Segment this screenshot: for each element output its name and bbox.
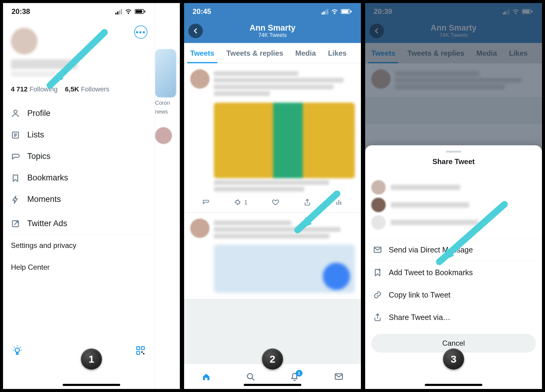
share-action-label: Send via Direct Message — [389, 245, 473, 254]
reply-icon — [202, 198, 210, 206]
drawer-item-topics[interactable]: Topics — [3, 146, 155, 167]
share-action-share-via[interactable]: Share Tweet via… — [365, 306, 542, 328]
accounts-more-button[interactable]: ••• — [134, 25, 147, 39]
drawer-item-label: Bookmarks — [27, 173, 68, 183]
share-icon — [373, 313, 382, 322]
list-icon — [11, 130, 20, 140]
drawer-item-label: Moments — [27, 195, 61, 204]
battery-icon — [135, 8, 146, 15]
share-icon — [303, 198, 311, 206]
screenshot-step-3: 20:39 Ann Smarty 74K Tweets Tweets Tweet… — [364, 2, 543, 390]
step-number-badge: 1 — [81, 348, 102, 370]
heart-icon — [272, 198, 279, 206]
sheet-grab-handle[interactable] — [446, 151, 461, 153]
step-number-badge: 2 — [262, 348, 283, 370]
profile-timeline[interactable]: 1 — [184, 63, 361, 364]
wifi-icon — [331, 8, 339, 15]
tab-media[interactable]: Media — [289, 43, 322, 63]
tab-likes[interactable]: Likes — [322, 43, 352, 63]
share-action-label: Copy link to Tweet — [389, 291, 451, 299]
like-button[interactable] — [272, 198, 279, 206]
tab-replies[interactable]: Tweets & replies — [220, 43, 289, 63]
share-contact[interactable] — [371, 198, 536, 212]
trend-label: Coron — [155, 100, 180, 106]
navigation-drawer: 20:38 ••• 4 712 Following 6,5K Follow — [3, 3, 155, 389]
person-icon — [11, 109, 20, 118]
wifi-icon — [125, 8, 132, 15]
drawer-item-label: Lists — [27, 130, 44, 140]
cellular-signal-icon — [322, 8, 329, 15]
followers-count: 6,5K — [65, 85, 79, 93]
profile-tab-bar: Tweets Tweets & replies Media Likes — [184, 43, 361, 63]
drawer-item-help[interactable]: Help Center — [3, 256, 155, 278]
share-contact-suggestions — [365, 172, 542, 239]
tab-tweets[interactable]: Tweets — [184, 43, 220, 63]
chevron-left-icon — [192, 27, 199, 35]
profile-header-tweet-count: 74K Tweets — [249, 32, 296, 38]
drawer-item-profile[interactable]: Profile — [3, 103, 155, 124]
follow-stats[interactable]: 4 712 Following 6,5K Followers — [11, 85, 147, 93]
status-time: 20:45 — [193, 7, 211, 16]
bookmark-add-icon — [373, 268, 382, 277]
drawer-handle — [11, 71, 56, 77]
retweet-button[interactable]: 1 — [234, 198, 247, 206]
tweet-media-preview[interactable] — [214, 103, 355, 178]
qr-code-icon[interactable] — [135, 345, 146, 356]
drawer-display-name — [11, 59, 78, 69]
screenshot-step-2: 20:45 Ann Smarty 74K Tweets Tweets Tweet… — [183, 2, 362, 390]
retweet-count: 1 — [244, 199, 247, 206]
ios-status-bar: 20:38 — [3, 3, 155, 19]
analytics-button[interactable] — [335, 198, 343, 206]
analytics-icon — [335, 198, 343, 206]
share-contact[interactable] — [371, 215, 536, 230]
feed-behind-drawer: Coron news — [155, 3, 180, 389]
share-button[interactable] — [303, 198, 311, 206]
share-sheet-title: Share Tweet — [365, 156, 542, 172]
following-count: 4 712 — [11, 85, 28, 93]
tweet-avatar[interactable] — [190, 69, 210, 89]
drawer-item-label: Profile — [27, 109, 51, 118]
tweet-card[interactable]: 1 — [184, 63, 361, 212]
nav-home[interactable] — [201, 372, 211, 381]
trend-label: news — [155, 109, 180, 115]
drawer-avatar[interactable] — [11, 28, 38, 54]
retweet-icon — [234, 198, 242, 206]
feed-avatar-blurred — [155, 127, 172, 144]
share-action-label: Add Tweet to Bookmarks — [389, 268, 473, 277]
drawer-item-ads[interactable]: Twitter Ads — [3, 213, 155, 234]
drawer-item-moments[interactable]: Moments — [3, 189, 155, 210]
display-mode-icon[interactable] — [12, 345, 22, 356]
following-label: Following — [29, 85, 58, 93]
bookmark-icon — [11, 173, 20, 183]
followers-label: Followers — [81, 85, 109, 93]
nav-messages[interactable] — [334, 372, 344, 381]
lightning-icon — [11, 195, 20, 204]
drawer-item-lists[interactable]: Lists — [3, 124, 155, 146]
nav-notifications[interactable] — [290, 372, 299, 381]
share-action-label: Share Tweet via… — [389, 313, 451, 322]
step-number-badge: 3 — [443, 348, 464, 370]
ios-status-bar: 20:45 — [184, 3, 361, 19]
ios-home-indicator — [244, 384, 301, 386]
drawer-item-bookmarks[interactable]: Bookmarks — [3, 167, 155, 189]
battery-icon — [341, 8, 352, 15]
link-icon — [373, 290, 382, 299]
status-time: 20:38 — [12, 7, 30, 16]
tweet-avatar[interactable] — [190, 219, 210, 238]
drawer-item-label: Twitter Ads — [27, 219, 67, 228]
ios-home-indicator — [425, 384, 482, 386]
tweet-card[interactable] — [184, 212, 361, 299]
drawer-item-settings[interactable]: Settings and privacy — [3, 235, 155, 256]
share-action-dm[interactable]: Send via Direct Message — [365, 239, 542, 261]
share-action-copy-link[interactable]: Copy link to Tweet — [365, 284, 542, 306]
reply-button[interactable] — [202, 198, 210, 206]
cellular-signal-icon — [115, 8, 123, 15]
back-button[interactable] — [188, 24, 203, 38]
share-contact[interactable] — [371, 180, 536, 195]
nav-search[interactable] — [246, 372, 255, 381]
screenshot-step-1: Coron news 20:38 ••• 4 712 — [2, 2, 181, 390]
external-link-icon — [11, 219, 20, 228]
drawer-item-label: Topics — [27, 152, 51, 161]
share-action-bookmark[interactable]: Add Tweet to Bookmarks — [365, 261, 542, 284]
profile-header-name: Ann Smarty — [249, 23, 296, 33]
